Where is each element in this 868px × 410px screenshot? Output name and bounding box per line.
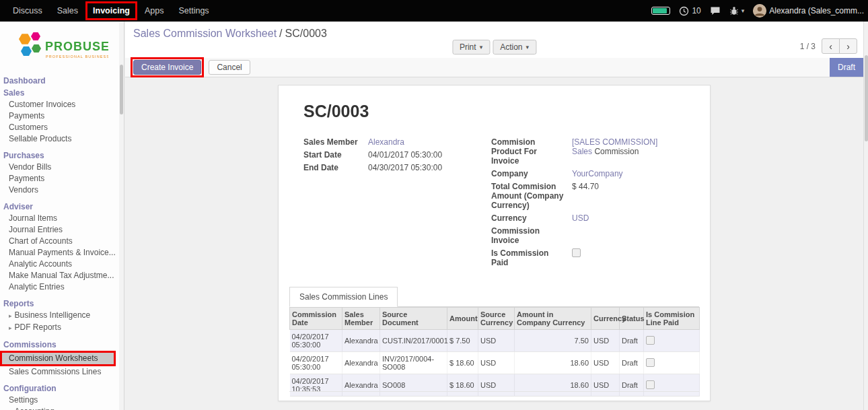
sales-member-link[interactable]: Alexandra: [368, 137, 404, 147]
sidebar-header-commissions[interactable]: Commissions: [0, 339, 124, 351]
systray: 10 ▾ Alexandra (Sales_comm...: [651, 4, 868, 18]
table-row[interactable]: 04/20/2017 05:30:00AlexandraINV/2017/000…: [290, 352, 700, 374]
sidebar-item-tax-adjustment[interactable]: Make Manual Tax Adjustme...: [0, 270, 124, 281]
scrollbar-thumb[interactable]: [120, 65, 123, 114]
pager-count: 1 / 3: [800, 42, 816, 51]
brand-text: PROBUSE: [45, 40, 108, 53]
sidebar-item-chart-of-accounts[interactable]: Chart of Accounts: [0, 236, 124, 247]
sidebar-header-reports[interactable]: Reports: [0, 298, 124, 310]
field-label-currency: Currency: [491, 213, 572, 223]
sidebar-item-payments-purchase[interactable]: Payments: [0, 173, 124, 184]
page-scrollbar[interactable]: [863, 22, 868, 410]
sidebar-item-pdf-reports[interactable]: ▸PDF Reports: [0, 322, 124, 334]
company-link[interactable]: YourCompany: [572, 169, 623, 178]
status-badge-draft[interactable]: Draft: [830, 58, 863, 77]
sidebar-item-vendor-bills[interactable]: Vendor Bills: [0, 162, 124, 173]
sidebar-item-manual-payments[interactable]: Manual Payments & Invoice...: [0, 247, 124, 259]
chevron-down-icon: ▾: [742, 7, 745, 14]
print-dropdown-button[interactable]: Print▾: [452, 40, 490, 55]
sidebar-item-sales-commissions-lines[interactable]: Sales Commissions Lines: [0, 366, 124, 378]
chevron-right-icon: ▸: [9, 312, 12, 319]
sidebar-item-analytic-entries[interactable]: Analytic Entries: [0, 281, 124, 293]
chat-bubble-icon: [710, 6, 721, 15]
breadcrumb: Sales Commission Worksheet/SC/0003: [133, 28, 327, 40]
field-label-commission-invoice: Commission Invoice: [491, 226, 572, 245]
col-header-currency[interactable]: Currency: [591, 308, 620, 330]
main-panel: Sales Commission Worksheet/SC/0003 Print…: [125, 22, 863, 410]
col-header-amount[interactable]: Amount: [447, 308, 478, 330]
topbar: Discuss Sales Invoicing Apps Settings 10: [0, 0, 868, 22]
line-paid-checkbox: [646, 380, 655, 389]
commission-lines-table: Commission Date Sales Member Source Docu…: [289, 307, 700, 397]
sidebar-item-payments[interactable]: Payments: [0, 110, 124, 122]
sidebar-item-vendors[interactable]: Vendors: [0, 184, 124, 196]
col-header-commission-date[interactable]: Commission Date: [290, 308, 342, 330]
annotation-highlight: Create Invoice: [131, 57, 204, 77]
sidebar-scrollbar[interactable]: [119, 22, 124, 410]
action-dropdown-button[interactable]: Action▾: [493, 40, 536, 55]
sidebar-item-settings[interactable]: Settings: [0, 395, 124, 406]
col-header-sales-member[interactable]: Sales Member: [342, 308, 380, 330]
field-label-end-date: End Date: [303, 163, 368, 172]
messages-menu[interactable]: [710, 6, 721, 15]
scrollbar-thumb[interactable]: [865, 55, 868, 141]
breadcrumb-separator: /: [279, 28, 282, 39]
activity-count: 10: [692, 6, 700, 15]
tab-sales-commission-lines[interactable]: Sales Commission Lines: [289, 287, 398, 307]
start-date-value: 04/01/2017 05:30:00: [368, 150, 442, 160]
activity-menu[interactable]: 10: [679, 6, 700, 16]
end-date-value: 04/30/2017 05:30:00: [368, 163, 442, 172]
sidebar-header-sales[interactable]: Sales: [0, 87, 124, 99]
pager-previous-button[interactable]: ‹: [822, 38, 840, 54]
sidebar-item-accounting[interactable]: ▸Accounting: [0, 406, 124, 410]
sidebar-item-customer-invoices[interactable]: Customer Invoices: [0, 99, 124, 110]
create-invoice-button[interactable]: Create Invoice: [133, 60, 201, 75]
chevron-right-icon: ▸: [9, 324, 12, 331]
user-menu[interactable]: Alexandra (Sales_comm...: [753, 4, 864, 18]
debug-menu[interactable]: ▾: [729, 6, 745, 15]
sidebar-header-purchases[interactable]: Purchases: [0, 149, 124, 162]
sidebar-header-dashboard[interactable]: Dashboard: [0, 75, 124, 87]
record-title: SC/0003: [303, 102, 699, 121]
menu-sales[interactable]: Sales: [50, 0, 85, 22]
sidebar-item-business-intelligence[interactable]: ▸Business Intelligence: [0, 310, 124, 322]
col-header-amount-company[interactable]: Amount in Company Currency: [515, 308, 591, 330]
currency-link[interactable]: USD: [572, 213, 589, 223]
brand-tagline: PROFESSIONAL BUSINESS: [46, 55, 108, 59]
sidebar-header-adviser[interactable]: Adviser: [0, 201, 124, 213]
cancel-button[interactable]: Cancel: [209, 60, 250, 75]
hexagon-orange: [19, 34, 31, 44]
commission-product-rest: Commission: [594, 147, 639, 156]
hexagon-pink: [31, 32, 40, 40]
sidebar-item-commission-worksheets[interactable]: Commission Worksheets: [0, 351, 116, 366]
table-row[interactable]: 04/20/2017 10:35:53AlexandraSO008 $ 18.6…: [290, 374, 700, 397]
sheet-separator: [289, 391, 699, 392]
sidebar-item-sellable-products[interactable]: Sellable Products: [0, 133, 124, 145]
field-label-company: Company: [491, 169, 572, 178]
field-label-commission-product: Commision Product For Invoice: [491, 137, 572, 166]
chevron-down-icon: ▾: [480, 44, 483, 50]
sidebar-item-journal-items[interactable]: Journal Items: [0, 213, 124, 224]
field-group-left: Sales Member Alexandra Start Date 04/01/…: [303, 137, 491, 271]
form-view: SC/0003 Sales Member Alexandra Start Dat…: [125, 77, 863, 410]
col-header-source-document[interactable]: Source Document: [380, 308, 447, 330]
col-header-status[interactable]: Status: [620, 308, 644, 330]
field-group-right: Commision Product For Invoice [SALES COM…: [491, 137, 693, 271]
sidebar-item-journal-entries[interactable]: Journal Entries: [0, 224, 124, 236]
pager-next-button[interactable]: ›: [839, 38, 857, 54]
hexagon-green: [32, 44, 41, 53]
sidebar-header-configuration[interactable]: Configuration: [0, 382, 124, 395]
menu-invoicing[interactable]: Invoicing: [85, 1, 137, 20]
menu-discuss[interactable]: Discuss: [5, 0, 50, 22]
sidebar-item-customers[interactable]: Customers: [0, 122, 124, 133]
col-header-source-currency[interactable]: Source Currency: [478, 308, 515, 330]
line-paid-checkbox: [646, 336, 655, 345]
breadcrumb-parent[interactable]: Sales Commission Worksheet: [133, 28, 277, 39]
menu-settings[interactable]: Settings: [171, 0, 216, 22]
user-name: Alexandra (Sales_comm...: [769, 6, 864, 15]
table-row[interactable]: 04/20/2017 05:30:00AlexandraCUST.IN/2017…: [290, 330, 700, 352]
sidebar-item-analytic-accounts[interactable]: Analytic Accounts: [0, 259, 124, 270]
sidebar: PROBUSE PROFESSIONAL BUSINESS Dashboard …: [0, 22, 124, 410]
col-header-is-paid[interactable]: Is Commision Line Paid: [644, 308, 700, 330]
menu-apps[interactable]: Apps: [137, 0, 172, 22]
